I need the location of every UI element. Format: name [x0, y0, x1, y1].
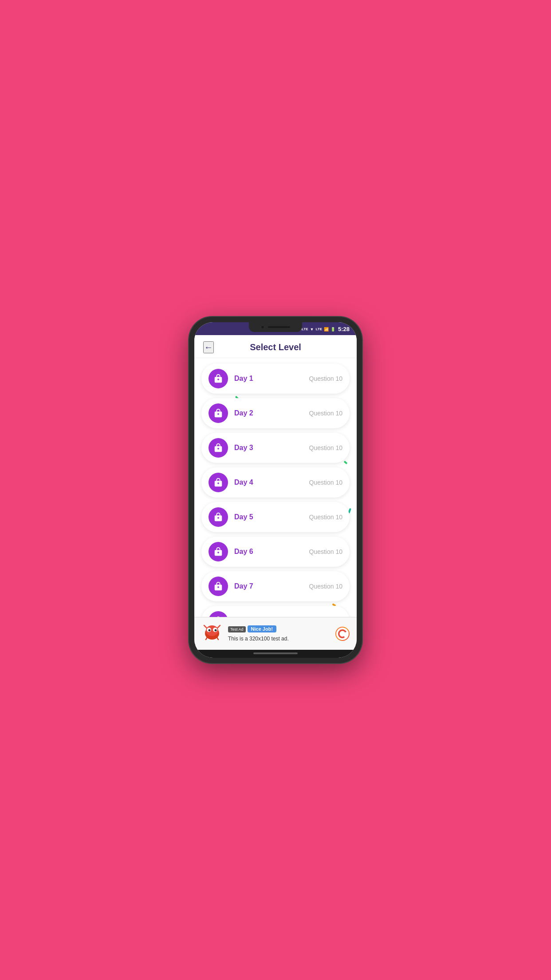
- level-item-4[interactable]: Day 4 Question 10: [201, 467, 350, 498]
- level-icon-5: [209, 507, 228, 527]
- level-day-label: Day 7: [234, 582, 309, 590]
- lock-icon: [213, 408, 223, 418]
- level-item-8[interactable]: Day 8 Question 10: [201, 606, 350, 617]
- svg-point-4: [209, 629, 211, 632]
- level-icon-4: [209, 473, 228, 492]
- level-question-label: Question 10: [309, 479, 343, 486]
- level-question-label: Question 10: [309, 375, 343, 382]
- ad-test-badge: Test Ad: [228, 626, 246, 632]
- level-icon-6: [209, 542, 228, 561]
- battery-icon: 🔋: [331, 327, 335, 332]
- lock-icon: [213, 478, 223, 487]
- speaker: [268, 326, 290, 328]
- level-list: Day 1 Question 10 Day 2 Question 10 Day …: [201, 364, 350, 617]
- level-question-label: Question 10: [309, 548, 343, 555]
- svg-line-7: [217, 625, 220, 628]
- phone-screen: 📳 VoLTE ▼ LTE 📶 🔋 5:28 ← Select Level: [194, 322, 357, 658]
- page-title: Select Level: [250, 342, 301, 352]
- wifi-icon: ▼: [310, 327, 314, 332]
- clock: 5:28: [338, 326, 350, 332]
- notch: [249, 322, 302, 332]
- level-day-label: Day 2: [234, 409, 309, 417]
- level-day-label: Day 4: [234, 478, 309, 486]
- level-item-3[interactable]: Day 3 Question 10: [201, 433, 350, 463]
- level-item-1[interactable]: Day 1 Question 10: [201, 364, 350, 394]
- level-icon-3: [209, 438, 228, 458]
- home-bar: [253, 652, 298, 654]
- level-day-label: Day 3: [234, 444, 309, 452]
- camera: [261, 325, 264, 329]
- ad-nice-badge: Nice Job!: [248, 625, 277, 632]
- lock-icon: [213, 547, 223, 557]
- level-item-7[interactable]: Day 7 Question 10: [201, 571, 350, 601]
- level-day-label: Day 5: [234, 513, 309, 521]
- level-question-label: Question 10: [309, 444, 343, 451]
- level-item-6[interactable]: Day 6 Question 10: [201, 537, 350, 567]
- signal-icon: 📶: [324, 327, 329, 332]
- level-icon-7: [209, 577, 228, 596]
- svg-line-6: [204, 625, 207, 628]
- main-content: Day 1 Question 10 Day 2 Question 10 Day …: [194, 358, 357, 617]
- lock-icon: [213, 581, 223, 591]
- level-icon-1: [209, 369, 228, 388]
- level-icon-8: [209, 611, 228, 617]
- home-indicator: [194, 650, 357, 658]
- svg-line-8: [206, 636, 208, 640]
- level-day-label: Day 1: [234, 375, 309, 383]
- app-header: ← Select Level: [194, 335, 357, 358]
- svg-line-9: [216, 636, 218, 640]
- ad-monster-icon: [201, 621, 223, 646]
- phone-frame: 📳 VoLTE ▼ LTE 📶 🔋 5:28 ← Select Level: [189, 317, 362, 663]
- back-button[interactable]: ←: [203, 341, 214, 353]
- level-icon-2: [209, 403, 228, 423]
- lock-icon: [213, 512, 223, 522]
- level-question-label: Question 10: [309, 410, 343, 417]
- level-item-2[interactable]: Day 2 Question 10: [201, 398, 350, 428]
- level-item-5[interactable]: Day 5 Question 10: [201, 502, 350, 532]
- lte-icon: LTE: [315, 327, 322, 331]
- ad-content: Test Ad Nice Job! This is a 320x100 test…: [228, 625, 330, 642]
- level-question-label: Question 10: [309, 514, 343, 521]
- svg-point-5: [215, 629, 217, 632]
- ad-banner: Test Ad Nice Job! This is a 320x100 test…: [194, 617, 357, 650]
- level-question-label: Question 10: [309, 583, 343, 590]
- level-day-label: Day 6: [234, 548, 309, 556]
- lock-icon: [213, 443, 223, 453]
- ad-description: This is a 320x100 test ad.: [228, 636, 330, 642]
- lock-icon: [213, 374, 223, 383]
- ad-logo: [335, 627, 350, 641]
- lock-icon: [213, 616, 223, 617]
